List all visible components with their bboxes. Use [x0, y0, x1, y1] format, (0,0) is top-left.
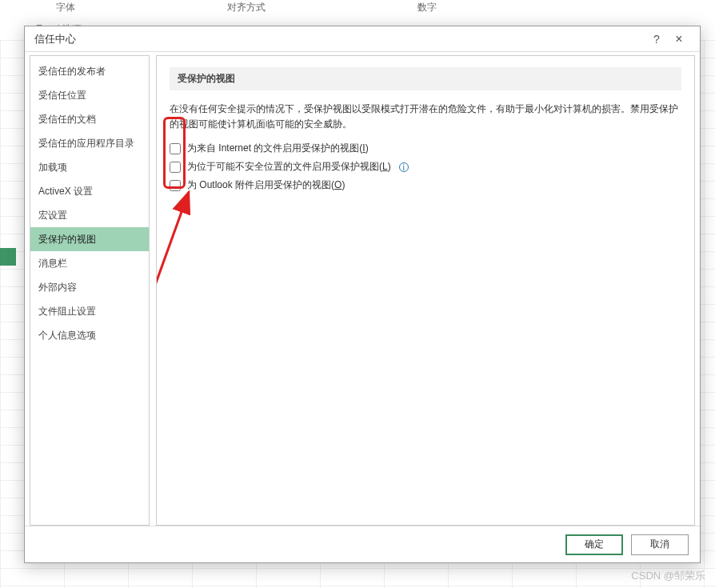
watermark: CSDN @邹荣乐	[631, 569, 705, 583]
sidebar-item-6[interactable]: 宏设置	[30, 203, 149, 227]
checkbox-row-0[interactable]: 为来自 Internet 的文件启用受保护的视图(I)	[170, 142, 681, 155]
ribbon-group-font: 字体	[56, 1, 75, 14]
ribbon-background: 字体 对齐方式 数字	[0, 0, 715, 14]
section-description: 在没有任何安全提示的情况下，受保护视图以受限模式打开潜在的危险文件，有助于最小化…	[170, 102, 681, 132]
sidebar-item-3[interactable]: 受信任的应用程序目录	[30, 131, 149, 155]
checkbox-0[interactable]	[170, 143, 181, 154]
section-header: 受保护的视图	[170, 67, 681, 90]
sidebar-item-5[interactable]: ActiveX 设置	[30, 179, 149, 203]
checkbox-row-1[interactable]: 为位于可能不安全位置的文件启用受保护视图(L)i	[170, 160, 681, 174]
checkbox-list: 为来自 Internet 的文件启用受保护的视图(I)为位于可能不安全位置的文件…	[170, 142, 681, 192]
content-panel: 受保护的视图 在没有任何安全提示的情况下，受保护视图以受限模式打开潜在的危险文件…	[156, 55, 695, 526]
ribbon-group-align: 对齐方式	[227, 1, 266, 14]
sidebar-item-10[interactable]: 文件阻止设置	[30, 299, 149, 323]
row-selection-marker	[0, 248, 16, 266]
checkbox-row-2[interactable]: 为 Outlook 附件启用受保护的视图(O)	[170, 178, 681, 192]
help-icon[interactable]: ?	[645, 33, 668, 46]
ok-button[interactable]: 确定	[565, 534, 623, 555]
checkbox-1[interactable]	[170, 162, 181, 173]
sidebar-item-8[interactable]: 消息栏	[30, 251, 149, 275]
titlebar: 信任中心 ? ×	[25, 26, 700, 52]
sidebar-item-9[interactable]: 外部内容	[30, 275, 149, 299]
sidebar-item-4[interactable]: 加载项	[30, 155, 149, 179]
sidebar-item-0[interactable]: 受信任的发布者	[30, 59, 149, 83]
checkbox-label-2: 为 Outlook 附件启用受保护的视图(O)	[187, 178, 345, 192]
checkbox-2[interactable]	[170, 180, 181, 191]
checkbox-label-1: 为位于可能不安全位置的文件启用受保护视图(L)	[187, 160, 391, 174]
sidebar-item-11[interactable]: 个人信息选项	[30, 323, 149, 347]
sidebar: 受信任的发布者受信任位置受信任的文档受信任的应用程序目录加载项ActiveX 设…	[30, 55, 150, 526]
checkbox-label-0: 为来自 Internet 的文件启用受保护的视图(I)	[187, 142, 369, 155]
cancel-button[interactable]: 取消	[631, 534, 689, 555]
trust-center-dialog: 信任中心 ? × 受信任的发布者受信任位置受信任的文档受信任的应用程序目录加载项…	[24, 26, 701, 563]
svg-line-1	[156, 192, 189, 480]
close-icon[interactable]: ×	[668, 32, 690, 46]
info-icon[interactable]: i	[399, 162, 409, 172]
ribbon-group-number: 数字	[417, 1, 437, 14]
sidebar-item-1[interactable]: 受信任位置	[30, 83, 149, 107]
dialog-footer: 确定 取消	[25, 526, 700, 562]
sidebar-item-2[interactable]: 受信任的文档	[30, 107, 149, 131]
dialog-title: 信任中心	[34, 32, 76, 46]
sidebar-item-7[interactable]: 受保护的视图	[30, 227, 149, 251]
dialog-body: 受信任的发布者受信任位置受信任的文档受信任的应用程序目录加载项ActiveX 设…	[25, 52, 700, 526]
